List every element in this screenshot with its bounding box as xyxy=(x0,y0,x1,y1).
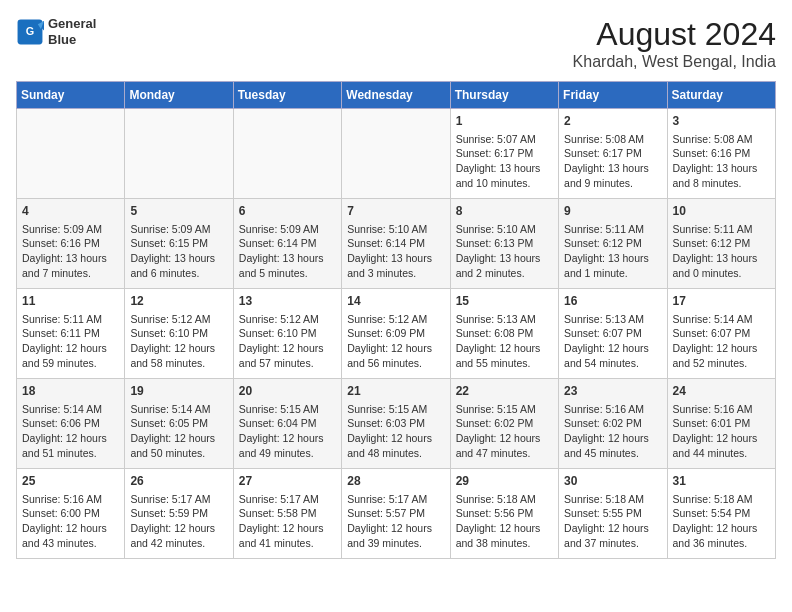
calendar-cell: 24Sunrise: 5:16 AMSunset: 6:01 PMDayligh… xyxy=(667,379,775,469)
cell-line: Sunrise: 5:10 AM xyxy=(456,222,553,237)
cell-line: Sunset: 6:02 PM xyxy=(456,416,553,431)
cell-line: Sunrise: 5:11 AM xyxy=(22,312,119,327)
cell-line: and 58 minutes. xyxy=(130,356,227,371)
logo-line2: Blue xyxy=(48,32,96,48)
cell-line: Sunrise: 5:12 AM xyxy=(347,312,444,327)
calendar-cell: 14Sunrise: 5:12 AMSunset: 6:09 PMDayligh… xyxy=(342,289,450,379)
cell-line: and 47 minutes. xyxy=(456,446,553,461)
cell-line: Sunrise: 5:12 AM xyxy=(130,312,227,327)
calendar-cell: 15Sunrise: 5:13 AMSunset: 6:08 PMDayligh… xyxy=(450,289,558,379)
cell-line: Sunrise: 5:15 AM xyxy=(239,402,336,417)
cell-line: Sunset: 6:03 PM xyxy=(347,416,444,431)
cell-line: Sunrise: 5:09 AM xyxy=(239,222,336,237)
cell-line: Sunset: 6:04 PM xyxy=(239,416,336,431)
day-number: 3 xyxy=(673,113,770,130)
cell-line: Sunrise: 5:17 AM xyxy=(130,492,227,507)
cell-line: Sunrise: 5:07 AM xyxy=(456,132,553,147)
cell-line: Daylight: 12 hours xyxy=(564,341,661,356)
cell-line: Sunrise: 5:16 AM xyxy=(673,402,770,417)
day-number: 27 xyxy=(239,473,336,490)
cell-line: Sunrise: 5:11 AM xyxy=(564,222,661,237)
weekday-header: Sunday xyxy=(17,82,125,109)
cell-line: and 6 minutes. xyxy=(130,266,227,281)
cell-line: Daylight: 12 hours xyxy=(239,521,336,536)
day-number: 6 xyxy=(239,203,336,220)
calendar-cell: 20Sunrise: 5:15 AMSunset: 6:04 PMDayligh… xyxy=(233,379,341,469)
cell-line: and 44 minutes. xyxy=(673,446,770,461)
cell-line: and 1 minute. xyxy=(564,266,661,281)
cell-line: and 43 minutes. xyxy=(22,536,119,551)
calendar-cell: 17Sunrise: 5:14 AMSunset: 6:07 PMDayligh… xyxy=(667,289,775,379)
calendar-cell: 31Sunrise: 5:18 AMSunset: 5:54 PMDayligh… xyxy=(667,469,775,559)
logo: G General Blue xyxy=(16,16,96,47)
day-number: 10 xyxy=(673,203,770,220)
day-number: 31 xyxy=(673,473,770,490)
cell-line: and 55 minutes. xyxy=(456,356,553,371)
day-number: 25 xyxy=(22,473,119,490)
cell-line: and 8 minutes. xyxy=(673,176,770,191)
cell-line: Sunrise: 5:13 AM xyxy=(564,312,661,327)
day-number: 24 xyxy=(673,383,770,400)
day-number: 30 xyxy=(564,473,661,490)
logo-icon: G xyxy=(16,18,44,46)
cell-line: Sunrise: 5:09 AM xyxy=(130,222,227,237)
day-number: 29 xyxy=(456,473,553,490)
cell-line: Sunset: 6:14 PM xyxy=(239,236,336,251)
cell-line: and 57 minutes. xyxy=(239,356,336,371)
day-number: 5 xyxy=(130,203,227,220)
calendar-cell: 22Sunrise: 5:15 AMSunset: 6:02 PMDayligh… xyxy=(450,379,558,469)
cell-line: and 37 minutes. xyxy=(564,536,661,551)
cell-line: Daylight: 13 hours xyxy=(673,251,770,266)
day-number: 8 xyxy=(456,203,553,220)
cell-line: and 39 minutes. xyxy=(347,536,444,551)
calendar-cell: 7Sunrise: 5:10 AMSunset: 6:14 PMDaylight… xyxy=(342,199,450,289)
cell-line: Sunset: 6:10 PM xyxy=(239,326,336,341)
calendar-cell: 26Sunrise: 5:17 AMSunset: 5:59 PMDayligh… xyxy=(125,469,233,559)
title-area: August 2024 Khardah, West Bengal, India xyxy=(573,16,776,71)
cell-line: Daylight: 13 hours xyxy=(456,251,553,266)
cell-line: Sunrise: 5:16 AM xyxy=(22,492,119,507)
cell-line: Daylight: 12 hours xyxy=(347,431,444,446)
cell-line: Sunset: 6:10 PM xyxy=(130,326,227,341)
cell-line: Sunset: 6:00 PM xyxy=(22,506,119,521)
cell-line: Daylight: 13 hours xyxy=(239,251,336,266)
cell-line: and 41 minutes. xyxy=(239,536,336,551)
cell-line: and 48 minutes. xyxy=(347,446,444,461)
cell-line: Daylight: 12 hours xyxy=(673,521,770,536)
cell-line: Sunrise: 5:18 AM xyxy=(673,492,770,507)
cell-line: Daylight: 13 hours xyxy=(564,161,661,176)
cell-line: Daylight: 13 hours xyxy=(456,161,553,176)
cell-line: Sunrise: 5:17 AM xyxy=(239,492,336,507)
cell-line: Daylight: 12 hours xyxy=(673,341,770,356)
cell-line: Sunset: 6:13 PM xyxy=(456,236,553,251)
cell-line: Sunrise: 5:08 AM xyxy=(564,132,661,147)
cell-line: Daylight: 12 hours xyxy=(130,431,227,446)
calendar-cell: 29Sunrise: 5:18 AMSunset: 5:56 PMDayligh… xyxy=(450,469,558,559)
calendar-cell xyxy=(342,109,450,199)
day-number: 22 xyxy=(456,383,553,400)
cell-line: Sunset: 6:09 PM xyxy=(347,326,444,341)
cell-line: Daylight: 13 hours xyxy=(347,251,444,266)
cell-line: Sunrise: 5:10 AM xyxy=(347,222,444,237)
svg-text:G: G xyxy=(26,25,34,37)
day-number: 14 xyxy=(347,293,444,310)
cell-line: Sunset: 6:11 PM xyxy=(22,326,119,341)
cell-line: Sunrise: 5:09 AM xyxy=(22,222,119,237)
cell-line: Daylight: 12 hours xyxy=(22,431,119,446)
calendar-cell: 8Sunrise: 5:10 AMSunset: 6:13 PMDaylight… xyxy=(450,199,558,289)
calendar-cell: 25Sunrise: 5:16 AMSunset: 6:00 PMDayligh… xyxy=(17,469,125,559)
cell-line: Sunset: 6:06 PM xyxy=(22,416,119,431)
cell-line: Sunset: 5:58 PM xyxy=(239,506,336,521)
cell-line: and 2 minutes. xyxy=(456,266,553,281)
weekday-header: Wednesday xyxy=(342,82,450,109)
cell-line: Daylight: 12 hours xyxy=(564,521,661,536)
cell-line: Sunrise: 5:13 AM xyxy=(456,312,553,327)
cell-line: Sunset: 6:07 PM xyxy=(673,326,770,341)
day-number: 26 xyxy=(130,473,227,490)
weekday-header: Thursday xyxy=(450,82,558,109)
weekday-header: Monday xyxy=(125,82,233,109)
cell-line: Daylight: 12 hours xyxy=(456,521,553,536)
cell-line: and 10 minutes. xyxy=(456,176,553,191)
cell-line: Sunrise: 5:17 AM xyxy=(347,492,444,507)
day-number: 2 xyxy=(564,113,661,130)
